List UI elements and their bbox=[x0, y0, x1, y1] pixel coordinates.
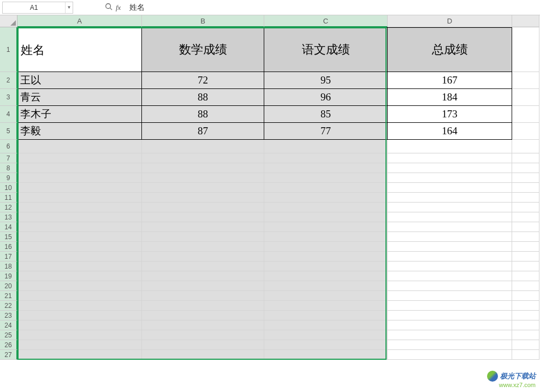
row-header-19[interactable]: 19 bbox=[0, 271, 17, 281]
cell[interactable] bbox=[512, 153, 539, 163]
row-header-9[interactable]: 9 bbox=[0, 173, 17, 183]
cell[interactable] bbox=[388, 262, 512, 271]
row-header-5[interactable]: 5 bbox=[0, 123, 17, 140]
row-header-7[interactable]: 7 bbox=[0, 153, 17, 163]
cell[interactable] bbox=[264, 291, 388, 301]
cell[interactable] bbox=[512, 232, 539, 242]
cell[interactable] bbox=[512, 123, 539, 140]
cell[interactable] bbox=[388, 232, 512, 242]
row-header-2[interactable]: 2 bbox=[0, 72, 17, 89]
cell[interactable] bbox=[264, 153, 388, 163]
cell[interactable] bbox=[512, 252, 539, 262]
row-header-8[interactable]: 8 bbox=[0, 163, 17, 173]
formula-input[interactable]: 姓名 bbox=[129, 3, 145, 13]
column-header-D[interactable]: D bbox=[388, 15, 512, 27]
row-header-22[interactable]: 22 bbox=[0, 301, 17, 311]
cell[interactable] bbox=[142, 242, 264, 252]
cell[interactable] bbox=[512, 330, 539, 340]
cell[interactable] bbox=[388, 242, 512, 252]
cell[interactable] bbox=[512, 222, 539, 232]
cell[interactable] bbox=[512, 203, 539, 212]
cell[interactable] bbox=[17, 281, 142, 291]
cell[interactable] bbox=[17, 320, 142, 330]
cell[interactable] bbox=[142, 232, 264, 242]
cell[interactable] bbox=[17, 242, 142, 252]
name-box[interactable]: A1 ▼ bbox=[2, 2, 73, 14]
name-box-dropdown-icon[interactable]: ▼ bbox=[65, 2, 73, 13]
cell[interactable] bbox=[17, 330, 142, 340]
cell[interactable]: 85 bbox=[264, 106, 388, 123]
cell[interactable] bbox=[264, 271, 388, 281]
cell[interactable]: 王以 bbox=[17, 72, 142, 89]
cell[interactable] bbox=[142, 301, 264, 311]
cell[interactable] bbox=[17, 140, 142, 153]
cell[interactable] bbox=[264, 330, 388, 340]
cell[interactable] bbox=[142, 212, 264, 222]
cell[interactable] bbox=[512, 27, 539, 72]
column-header-C[interactable]: C bbox=[264, 15, 388, 27]
cell[interactable]: 173 bbox=[388, 106, 512, 123]
cell[interactable] bbox=[142, 222, 264, 232]
cell[interactable] bbox=[388, 183, 512, 193]
cell[interactable]: 总成绩 bbox=[388, 27, 512, 72]
cell[interactable] bbox=[142, 252, 264, 262]
row-header-26[interactable]: 26 bbox=[0, 340, 17, 350]
cell[interactable]: 李毅 bbox=[17, 123, 142, 140]
cell[interactable] bbox=[17, 340, 142, 350]
cell[interactable] bbox=[512, 183, 539, 193]
cell[interactable]: 数学成绩 bbox=[142, 27, 264, 72]
cell[interactable] bbox=[388, 320, 512, 330]
row-header-1[interactable]: 1 bbox=[0, 27, 17, 72]
cell[interactable] bbox=[17, 153, 142, 163]
cell[interactable] bbox=[142, 340, 264, 350]
cell[interactable] bbox=[388, 350, 512, 360]
cell[interactable] bbox=[512, 311, 539, 320]
select-all-corner[interactable] bbox=[0, 15, 17, 27]
cell[interactable] bbox=[17, 203, 142, 212]
cell[interactable] bbox=[512, 301, 539, 311]
cell[interactable] bbox=[142, 153, 264, 163]
cell[interactable] bbox=[388, 281, 512, 291]
cell[interactable] bbox=[512, 72, 539, 89]
cell[interactable] bbox=[264, 212, 388, 222]
cell[interactable] bbox=[142, 262, 264, 271]
cell[interactable]: 77 bbox=[264, 123, 388, 140]
cell[interactable] bbox=[512, 281, 539, 291]
cell[interactable] bbox=[142, 311, 264, 320]
row-header-18[interactable]: 18 bbox=[0, 262, 17, 271]
cell[interactable] bbox=[512, 291, 539, 301]
cell[interactable] bbox=[388, 271, 512, 281]
row-header-14[interactable]: 14 bbox=[0, 222, 17, 232]
cell[interactable] bbox=[388, 140, 512, 153]
fx-icon[interactable]: fx bbox=[116, 3, 121, 12]
cell[interactable] bbox=[142, 320, 264, 330]
cell[interactable] bbox=[264, 252, 388, 262]
cell[interactable] bbox=[388, 212, 512, 222]
cell[interactable] bbox=[264, 242, 388, 252]
cell[interactable] bbox=[17, 173, 142, 183]
cell[interactable]: 88 bbox=[142, 106, 264, 123]
cell[interactable] bbox=[142, 140, 264, 153]
cell[interactable] bbox=[264, 203, 388, 212]
row-header-6[interactable]: 6 bbox=[0, 140, 17, 153]
cell[interactable] bbox=[17, 252, 142, 262]
cell[interactable] bbox=[264, 301, 388, 311]
cell[interactable]: 88 bbox=[142, 89, 264, 106]
row-header-16[interactable]: 16 bbox=[0, 242, 17, 252]
cell[interactable] bbox=[388, 301, 512, 311]
cell[interactable]: 姓名 bbox=[17, 27, 142, 72]
cell[interactable] bbox=[512, 271, 539, 281]
cell[interactable] bbox=[388, 163, 512, 173]
cell[interactable] bbox=[512, 320, 539, 330]
row-header-25[interactable]: 25 bbox=[0, 330, 17, 340]
cell[interactable] bbox=[264, 163, 388, 173]
cell[interactable] bbox=[264, 262, 388, 271]
column-header-B[interactable]: B bbox=[142, 15, 264, 27]
cell[interactable] bbox=[142, 173, 264, 183]
cell[interactable] bbox=[264, 193, 388, 203]
cell[interactable]: 语文成绩 bbox=[264, 27, 388, 72]
cell[interactable] bbox=[17, 301, 142, 311]
row-header-10[interactable]: 10 bbox=[0, 183, 17, 193]
cell[interactable] bbox=[17, 262, 142, 271]
row-header-17[interactable]: 17 bbox=[0, 252, 17, 262]
